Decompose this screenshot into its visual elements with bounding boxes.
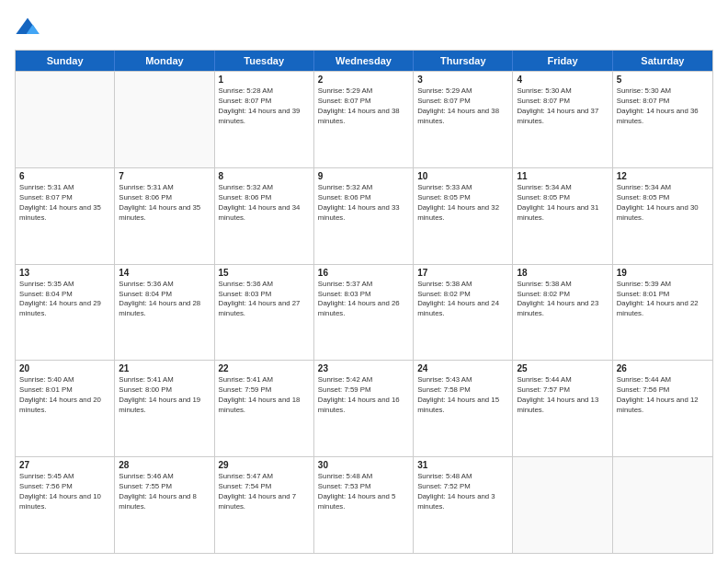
calendar-cell: 2Sunrise: 5:29 AM Sunset: 8:07 PM Daylig…: [314, 72, 414, 167]
calendar-cell: 6Sunrise: 5:31 AM Sunset: 8:07 PM Daylig…: [16, 168, 115, 264]
day-info: Sunrise: 5:36 AM Sunset: 8:03 PM Dayligh…: [219, 280, 310, 320]
day-info: Sunrise: 5:45 AM Sunset: 7:56 PM Dayligh…: [19, 472, 110, 512]
calendar-cell: 4Sunrise: 5:30 AM Sunset: 8:07 PM Daylig…: [513, 72, 612, 167]
calendar-cell: 13Sunrise: 5:35 AM Sunset: 8:04 PM Dayli…: [16, 265, 115, 361]
calendar-cell: 21Sunrise: 5:41 AM Sunset: 8:00 PM Dayli…: [115, 361, 214, 456]
calendar-cell: 9Sunrise: 5:32 AM Sunset: 8:06 PM Daylig…: [314, 168, 414, 264]
day-number: 30: [318, 460, 409, 470]
day-info: Sunrise: 5:41 AM Sunset: 8:00 PM Dayligh…: [119, 375, 210, 416]
day-number: 22: [219, 363, 310, 373]
day-number: 13: [19, 268, 110, 278]
day-info: Sunrise: 5:41 AM Sunset: 7:59 PM Dayligh…: [219, 375, 310, 416]
day-info: Sunrise: 5:34 AM Sunset: 8:05 PM Dayligh…: [617, 183, 709, 224]
header-day-tuesday: Tuesday: [215, 51, 314, 71]
calendar-cell: [613, 457, 712, 553]
calendar-cell: 28Sunrise: 5:46 AM Sunset: 7:55 PM Dayli…: [115, 457, 214, 553]
day-number: 12: [617, 171, 709, 181]
day-info: Sunrise: 5:32 AM Sunset: 8:06 PM Dayligh…: [219, 183, 310, 224]
calendar-cell: 25Sunrise: 5:44 AM Sunset: 7:57 PM Dayli…: [513, 361, 612, 456]
day-number: 16: [318, 268, 409, 278]
day-info: Sunrise: 5:47 AM Sunset: 7:54 PM Dayligh…: [219, 472, 310, 512]
calendar-cell: 18Sunrise: 5:38 AM Sunset: 8:02 PM Dayli…: [513, 265, 612, 361]
day-number: 7: [119, 171, 210, 181]
day-info: Sunrise: 5:38 AM Sunset: 8:02 PM Dayligh…: [517, 280, 608, 320]
day-number: 8: [219, 171, 310, 181]
day-number: 10: [417, 171, 508, 181]
day-number: 6: [19, 171, 110, 181]
calendar-cell: [513, 457, 612, 553]
day-info: Sunrise: 5:44 AM Sunset: 7:57 PM Dayligh…: [517, 375, 608, 416]
header-day-monday: Monday: [115, 51, 214, 71]
header: [15, 15, 713, 40]
calendar-header: SundayMondayTuesdayWednesdayThursdayFrid…: [16, 51, 712, 71]
day-number: 18: [517, 268, 608, 278]
calendar-cell: 19Sunrise: 5:39 AM Sunset: 8:01 PM Dayli…: [613, 265, 712, 361]
calendar-body: 1Sunrise: 5:28 AM Sunset: 8:07 PM Daylig…: [16, 71, 712, 553]
day-number: 15: [219, 268, 310, 278]
calendar-cell: 14Sunrise: 5:36 AM Sunset: 8:04 PM Dayli…: [115, 265, 214, 361]
calendar-cell: 5Sunrise: 5:30 AM Sunset: 8:07 PM Daylig…: [613, 72, 712, 167]
day-info: Sunrise: 5:29 AM Sunset: 8:07 PM Dayligh…: [318, 86, 409, 127]
page: SundayMondayTuesdayWednesdayThursdayFrid…: [0, 0, 728, 563]
calendar-cell: 20Sunrise: 5:40 AM Sunset: 8:01 PM Dayli…: [16, 361, 115, 456]
day-number: 4: [517, 75, 608, 85]
calendar-cell: 1Sunrise: 5:28 AM Sunset: 8:07 PM Daylig…: [215, 72, 314, 167]
calendar-row-4: 20Sunrise: 5:40 AM Sunset: 8:01 PM Dayli…: [16, 360, 712, 456]
day-info: Sunrise: 5:33 AM Sunset: 8:05 PM Dayligh…: [417, 183, 508, 224]
day-info: Sunrise: 5:35 AM Sunset: 8:04 PM Dayligh…: [19, 280, 110, 320]
calendar-cell: 11Sunrise: 5:34 AM Sunset: 8:05 PM Dayli…: [513, 168, 612, 264]
day-number: 3: [417, 75, 508, 85]
day-number: 29: [219, 460, 310, 470]
calendar-cell: 17Sunrise: 5:38 AM Sunset: 8:02 PM Dayli…: [414, 265, 513, 361]
calendar-cell: 8Sunrise: 5:32 AM Sunset: 8:06 PM Daylig…: [215, 168, 314, 264]
calendar-cell: 12Sunrise: 5:34 AM Sunset: 8:05 PM Dayli…: [613, 168, 712, 264]
day-number: 31: [417, 460, 508, 470]
calendar-cell: 7Sunrise: 5:31 AM Sunset: 8:06 PM Daylig…: [115, 168, 214, 264]
calendar-row-5: 27Sunrise: 5:45 AM Sunset: 7:56 PM Dayli…: [16, 456, 712, 553]
day-number: 17: [417, 268, 508, 278]
day-info: Sunrise: 5:32 AM Sunset: 8:06 PM Dayligh…: [318, 183, 409, 224]
day-info: Sunrise: 5:46 AM Sunset: 7:55 PM Dayligh…: [119, 472, 210, 512]
calendar-cell: 31Sunrise: 5:48 AM Sunset: 7:52 PM Dayli…: [414, 457, 513, 553]
calendar-row-2: 6Sunrise: 5:31 AM Sunset: 8:07 PM Daylig…: [16, 167, 712, 264]
day-number: 28: [119, 460, 210, 470]
header-day-saturday: Saturday: [613, 51, 712, 71]
day-info: Sunrise: 5:42 AM Sunset: 7:59 PM Dayligh…: [318, 375, 409, 416]
day-number: 14: [119, 268, 210, 278]
calendar-cell: [115, 72, 214, 167]
logo: [15, 15, 44, 40]
calendar-cell: 16Sunrise: 5:37 AM Sunset: 8:03 PM Dayli…: [314, 265, 414, 361]
day-number: 21: [119, 363, 210, 373]
day-number: 19: [617, 268, 709, 278]
header-day-wednesday: Wednesday: [314, 51, 414, 71]
header-day-sunday: Sunday: [16, 51, 115, 71]
day-number: 1: [219, 75, 310, 85]
day-info: Sunrise: 5:31 AM Sunset: 8:07 PM Dayligh…: [19, 183, 110, 224]
day-info: Sunrise: 5:48 AM Sunset: 7:52 PM Dayligh…: [417, 472, 508, 512]
day-info: Sunrise: 5:39 AM Sunset: 8:01 PM Dayligh…: [617, 280, 709, 320]
day-info: Sunrise: 5:44 AM Sunset: 7:56 PM Dayligh…: [617, 375, 709, 416]
day-info: Sunrise: 5:31 AM Sunset: 8:06 PM Dayligh…: [119, 183, 210, 224]
calendar-cell: 30Sunrise: 5:48 AM Sunset: 7:53 PM Dayli…: [314, 457, 414, 553]
calendar-cell: 29Sunrise: 5:47 AM Sunset: 7:54 PM Dayli…: [215, 457, 314, 553]
calendar-cell: 3Sunrise: 5:29 AM Sunset: 8:07 PM Daylig…: [414, 72, 513, 167]
calendar-cell: 26Sunrise: 5:44 AM Sunset: 7:56 PM Dayli…: [613, 361, 712, 456]
calendar-cell: 15Sunrise: 5:36 AM Sunset: 8:03 PM Dayli…: [215, 265, 314, 361]
calendar-cell: 27Sunrise: 5:45 AM Sunset: 7:56 PM Dayli…: [16, 457, 115, 553]
day-info: Sunrise: 5:40 AM Sunset: 8:01 PM Dayligh…: [19, 375, 110, 416]
day-info: Sunrise: 5:34 AM Sunset: 8:05 PM Dayligh…: [517, 183, 608, 224]
day-number: 25: [517, 363, 608, 373]
calendar-row-3: 13Sunrise: 5:35 AM Sunset: 8:04 PM Dayli…: [16, 264, 712, 361]
day-info: Sunrise: 5:43 AM Sunset: 7:58 PM Dayligh…: [417, 375, 508, 416]
day-info: Sunrise: 5:38 AM Sunset: 8:02 PM Dayligh…: [417, 280, 508, 320]
calendar-cell: [16, 72, 115, 167]
header-day-thursday: Thursday: [414, 51, 513, 71]
day-info: Sunrise: 5:29 AM Sunset: 8:07 PM Dayligh…: [417, 86, 508, 127]
calendar-cell: 24Sunrise: 5:43 AM Sunset: 7:58 PM Dayli…: [414, 361, 513, 456]
calendar-row-1: 1Sunrise: 5:28 AM Sunset: 8:07 PM Daylig…: [16, 71, 712, 167]
day-number: 24: [417, 363, 508, 373]
day-info: Sunrise: 5:37 AM Sunset: 8:03 PM Dayligh…: [318, 280, 409, 320]
calendar: SundayMondayTuesdayWednesdayThursdayFrid…: [15, 50, 713, 554]
day-info: Sunrise: 5:30 AM Sunset: 8:07 PM Dayligh…: [517, 86, 608, 127]
header-day-friday: Friday: [513, 51, 612, 71]
